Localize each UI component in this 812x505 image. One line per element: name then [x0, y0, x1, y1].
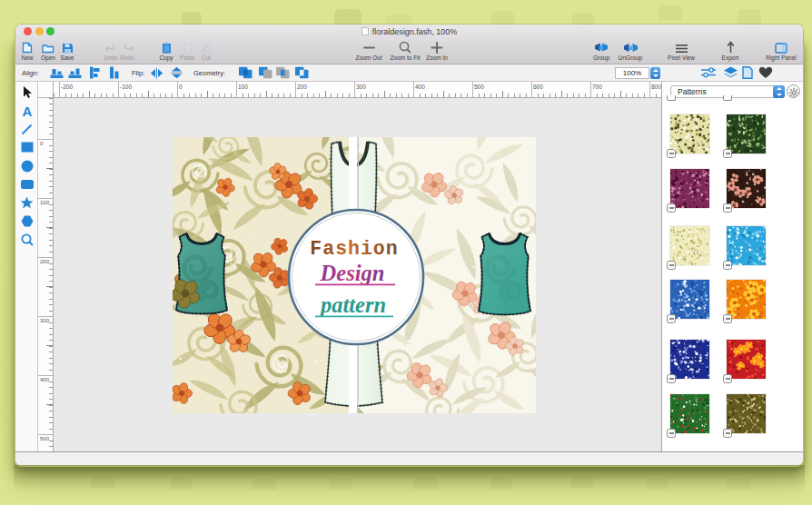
svg-text:Fashion: Fashion	[310, 238, 398, 260]
svg-text:A: A	[22, 104, 32, 117]
svg-text:Design: Design	[320, 261, 385, 285]
svg-text:pattern: pattern	[319, 292, 386, 317]
